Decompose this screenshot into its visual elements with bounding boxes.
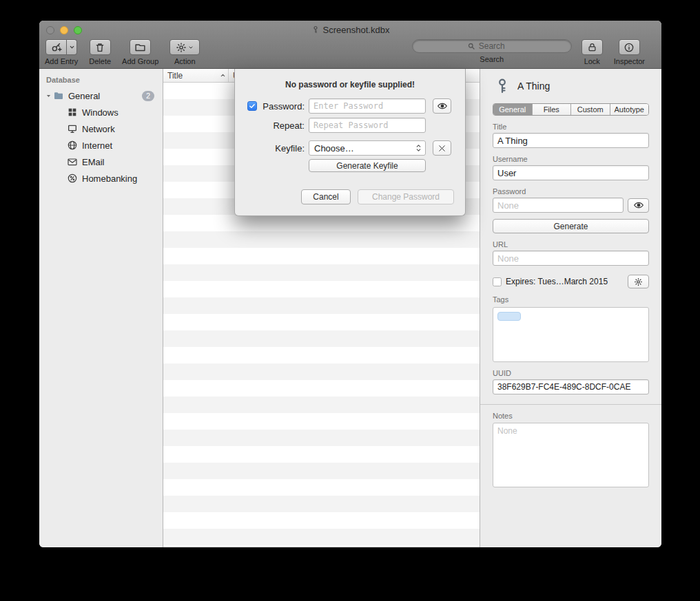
action-label: Action: [174, 57, 196, 65]
search-label: Search: [480, 55, 504, 63]
username-field-label: Username: [493, 155, 649, 163]
tags-field[interactable]: [493, 307, 649, 362]
sidebar-item-homebanking[interactable]: Homebanking: [39, 170, 163, 187]
reveal-password-button[interactable]: [433, 98, 451, 114]
add-entry-button[interactable]: [45, 39, 67, 55]
toolbar-item-add-entry: Add Entry: [45, 39, 78, 65]
sidebar-item-label: Network: [82, 124, 115, 134]
inspector-button[interactable]: [619, 39, 640, 55]
sidebar-item-label: EMail: [82, 157, 105, 167]
sidebar-section-header: Database: [39, 69, 163, 87]
password-field[interactable]: [493, 198, 624, 213]
action-button[interactable]: [169, 39, 200, 55]
expires-checkbox[interactable]: [493, 277, 502, 286]
toolbar-item-action: Action: [169, 39, 200, 65]
info-icon: [624, 42, 635, 53]
change-password-button[interactable]: Change Password: [358, 189, 454, 204]
sidebar-item-internet[interactable]: Internet: [39, 137, 163, 154]
delete-label: Delete: [89, 57, 111, 65]
lock-button[interactable]: [581, 39, 603, 55]
add-entry-dropdown-button[interactable]: [67, 39, 77, 55]
tab-files[interactable]: Files: [533, 104, 572, 115]
notes-field[interactable]: [493, 423, 649, 487]
tab-custom[interactable]: Custom: [571, 104, 610, 115]
url-field-label: URL: [493, 240, 649, 249]
sidebar-item-network[interactable]: Network: [39, 120, 163, 137]
tag-chip[interactable]: [497, 312, 521, 321]
password-field-label: Password: [493, 187, 649, 196]
inspector-tabs: General Files Custom Autotype: [493, 103, 649, 116]
uuid-field-label: UUID: [493, 369, 649, 377]
disclosure-triangle-icon[interactable]: [43, 93, 53, 99]
inspector-label: Inspector: [614, 57, 645, 65]
password-label: Password:: [258, 101, 309, 112]
expires-label: Expires: Tues…March 2015: [506, 277, 624, 286]
window-title-text: Screenshot.kdbx: [323, 25, 390, 35]
entry-count-badge: 2: [142, 91, 154, 101]
change-password-sheet: No password or keyfile supplied! Passwor…: [234, 69, 466, 216]
sidebar-item-label: Windows: [82, 107, 119, 118]
sidebar-item-general[interactable]: General 2: [39, 87, 163, 104]
generate-keyfile-button[interactable]: Generate Keyfile: [309, 159, 426, 172]
toolbar-item-lock: Lock: [581, 39, 603, 65]
stepper-icon: [415, 143, 422, 153]
chevron-down-icon: [188, 45, 194, 50]
generate-password-button[interactable]: Generate: [493, 219, 649, 233]
sheet-actions: Cancel Change Password: [301, 189, 454, 204]
uuid-field[interactable]: [493, 379, 649, 394]
entry-title: A Thing: [517, 81, 550, 92]
keyfile-label: Keyfile:: [258, 143, 309, 154]
document-proxy-icon: [311, 25, 320, 34]
gear-icon: [176, 42, 187, 53]
reveal-password-button[interactable]: [628, 198, 649, 213]
add-entry-label: Add Entry: [45, 57, 78, 65]
tab-autotype[interactable]: Autotype: [610, 104, 649, 115]
lock-label: Lock: [584, 57, 600, 65]
clear-keyfile-button[interactable]: [433, 140, 451, 156]
expires-options-button[interactable]: [628, 275, 649, 288]
add-group-label: Add Group: [122, 57, 158, 65]
url-field[interactable]: [493, 251, 649, 266]
cancel-button[interactable]: Cancel: [301, 189, 351, 204]
toolbar-item-delete: Delete: [89, 39, 111, 65]
close-x-icon: [438, 144, 446, 153]
enter-password-input[interactable]: [309, 98, 426, 114]
tags-field-label: Tags: [493, 295, 649, 304]
sort-ascending-icon: [220, 72, 226, 78]
title-field[interactable]: [493, 133, 649, 148]
username-field[interactable]: [493, 165, 649, 180]
search-input[interactable]: [412, 39, 572, 53]
toolbar: Add Entry Delete Add Group: [39, 38, 661, 68]
toolbar-item-search: Search: [412, 39, 572, 63]
password-row: Password:: [247, 98, 465, 114]
delete-button[interactable]: [90, 39, 111, 55]
envelope-icon: [67, 156, 78, 167]
repeat-row: Repeat:: [247, 117, 465, 134]
folder-icon: [53, 90, 64, 101]
chevron-down-icon: [69, 44, 75, 50]
trash-icon: [94, 42, 105, 53]
key-icon: [494, 78, 511, 94]
keyfile-select[interactable]: Choose…: [309, 140, 426, 156]
column-header-title[interactable]: Title: [163, 69, 229, 82]
password-checkbox[interactable]: [247, 101, 257, 111]
windows-icon: [67, 107, 78, 118]
sidebar-item-label: General: [68, 91, 100, 101]
toolbar-item-add-group: Add Group: [122, 39, 158, 65]
lock-icon: [587, 42, 597, 52]
window-header: Screenshot.kdbx Add Entry: [39, 21, 661, 69]
eye-icon: [633, 200, 644, 211]
folder-icon: [134, 41, 146, 53]
sidebar-item-label: Internet: [82, 140, 112, 151]
repeat-password-input[interactable]: [309, 118, 426, 133]
sidebar: Database General 2 Windows Network: [39, 69, 163, 547]
toolbar-item-inspector: Inspector: [614, 39, 645, 65]
notes-field-label: Notes: [493, 412, 649, 420]
sidebar-item-windows[interactable]: Windows: [39, 104, 163, 120]
add-group-button[interactable]: [130, 39, 151, 55]
tab-general[interactable]: General: [493, 104, 533, 115]
percent-coin-icon: [67, 173, 78, 184]
app-window: Screenshot.kdbx Add Entry: [39, 21, 661, 547]
key-plus-icon: [50, 41, 62, 53]
sidebar-item-email[interactable]: EMail: [39, 154, 163, 170]
